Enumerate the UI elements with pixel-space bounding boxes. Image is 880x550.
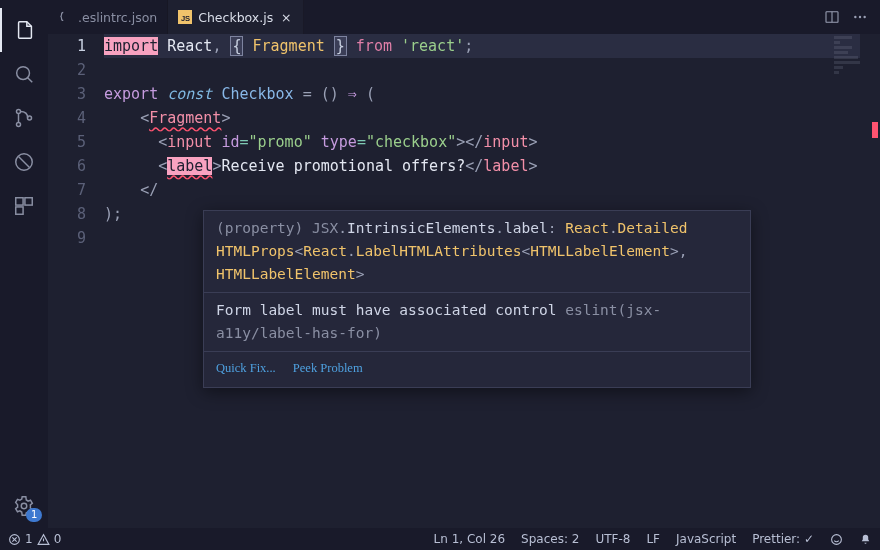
extensions-icon[interactable] (0, 184, 48, 228)
code-line-4[interactable]: <Fragment> (104, 106, 860, 130)
code-line-1[interactable]: import React, { Fragment } from 'react'; (104, 34, 860, 58)
settings-badge: 1 (26, 508, 42, 522)
line-number-gutter: 1 2 3 4 5 6 7 8 9 (48, 34, 104, 528)
status-language[interactable]: JavaScript (668, 528, 744, 550)
explorer-icon[interactable] (0, 8, 48, 52)
json-file-icon (58, 10, 72, 24)
svg-point-13 (859, 16, 861, 18)
tab-label: .eslintrc.json (78, 10, 157, 25)
close-icon[interactable]: × (279, 10, 293, 25)
more-icon[interactable] (852, 9, 868, 25)
code-line-5[interactable]: <input id="promo" type="checkbox"></inpu… (104, 130, 860, 154)
svg-point-14 (863, 16, 865, 18)
svg-rect-5 (16, 198, 23, 205)
activity-bar: 1 (0, 0, 48, 528)
js-file-icon: JS (178, 10, 192, 24)
code-line-2[interactable] (104, 58, 860, 82)
warning-icon (37, 533, 50, 546)
svg-point-8 (21, 503, 27, 509)
status-bar: 1 0 Ln 1, Col 26 Spaces: 2 UTF-8 LF Java… (0, 528, 880, 550)
svg-point-12 (854, 16, 856, 18)
status-bell-icon[interactable] (851, 528, 880, 550)
svg-rect-6 (25, 198, 32, 205)
tab-eslintrc[interactable]: .eslintrc.json (48, 0, 168, 34)
status-spaces[interactable]: Spaces: 2 (513, 528, 587, 550)
hover-tooltip: (property) JSX.IntrinsicElements.label: … (203, 210, 751, 388)
hover-actions: Quick Fix... Peek Problem (204, 351, 750, 387)
status-eol[interactable]: LF (638, 528, 668, 550)
status-lncol[interactable]: Ln 1, Col 26 (426, 528, 514, 550)
debug-disabled-icon[interactable] (0, 140, 48, 184)
split-editor-icon[interactable] (824, 9, 840, 25)
svg-rect-7 (16, 207, 23, 214)
tab-checkbox-js[interactable]: JS Checkbox.js × (168, 0, 304, 34)
svg-text:JS: JS (181, 14, 190, 23)
svg-point-1 (16, 110, 20, 114)
tab-bar: .eslintrc.json JS Checkbox.js × (48, 0, 880, 34)
quick-fix-link[interactable]: Quick Fix... (216, 361, 276, 375)
status-encoding[interactable]: UTF-8 (587, 528, 638, 550)
overview-ruler[interactable] (866, 34, 880, 528)
minimap[interactable] (834, 34, 864, 528)
code-line-3[interactable]: export const Checkbox = () ⇒ ( (104, 82, 860, 106)
code-line-6[interactable]: <label>Receive promotional offers?</labe… (104, 154, 860, 178)
svg-point-16 (832, 534, 842, 544)
status-problems[interactable]: 1 0 (0, 528, 69, 550)
tab-label: Checkbox.js (198, 10, 273, 25)
editor[interactable]: 1 2 3 4 5 6 7 8 9 import React, { Fragme… (48, 34, 880, 528)
search-icon[interactable] (0, 52, 48, 96)
hover-message: Form label must have associated control … (204, 292, 750, 351)
code-line-7[interactable]: </ (104, 178, 860, 202)
status-prettier[interactable]: Prettier: ✓ (744, 528, 822, 550)
svg-point-2 (16, 122, 20, 126)
hover-signature: (property) JSX.IntrinsicElements.label: … (204, 211, 750, 292)
status-feedback-icon[interactable] (822, 528, 851, 550)
source-control-icon[interactable] (0, 96, 48, 140)
settings-gear-icon[interactable]: 1 (0, 484, 48, 528)
error-marker[interactable] (872, 122, 878, 138)
peek-problem-link[interactable]: Peek Problem (293, 361, 363, 375)
error-icon (8, 533, 21, 546)
svg-point-0 (17, 67, 30, 80)
